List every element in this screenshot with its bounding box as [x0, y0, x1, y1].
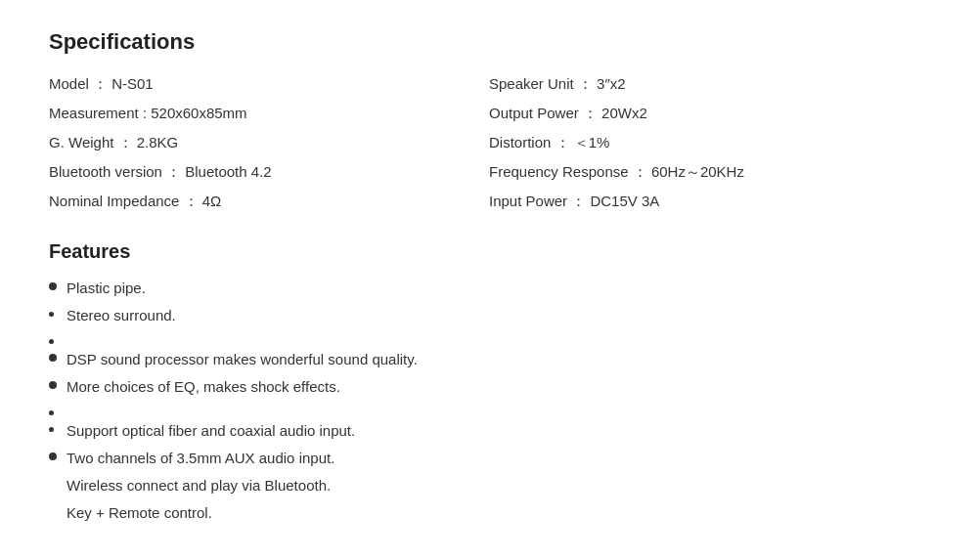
features-title: Features	[49, 240, 929, 263]
feature-text: Stereo surround.	[67, 304, 176, 327]
bullet-small-icon	[49, 410, 54, 415]
list-item	[49, 331, 929, 344]
list-item: DSP sound processor makes wonderful soun…	[49, 348, 929, 371]
features-section: Features Plastic pipe.Stereo surround.DS…	[49, 240, 929, 525]
spec-row: Input Power ： DC15V 3A	[489, 190, 929, 213]
list-item: Key + Remote control.	[49, 501, 929, 525]
list-item: Support optical fiber and coaxial audio …	[49, 419, 929, 443]
feature-text: Plastic pipe.	[67, 277, 146, 300]
feature-text: Support optical fiber and coaxial audio …	[67, 419, 355, 443]
feature-text: More choices of EQ, makes shock effects.	[67, 375, 340, 399]
specs-grid: Model ： N-S01Measurement : 520x60x85mmG.…	[49, 72, 929, 213]
spec-row: Model ： N-S01	[49, 72, 489, 96]
spec-row: G. Weight ： 2.8KG	[49, 131, 489, 154]
bullet-icon	[49, 381, 57, 389]
spec-row: Speaker Unit ： 3″x2	[489, 72, 929, 96]
list-item: More choices of EQ, makes shock effects.	[49, 375, 929, 399]
feature-text: Wireless connect and play via Bluetooth.	[67, 474, 331, 497]
spec-row: Bluetooth version ： Bluetooth 4.2	[49, 160, 489, 184]
feature-text: Key + Remote control.	[67, 501, 212, 525]
feature-text: Two channels of 3.5mm AUX audio input.	[67, 447, 334, 470]
bullet-icon	[49, 354, 57, 362]
specs-right-column: Speaker Unit ： 3″x2Output Power ： 20Wx2D…	[489, 72, 929, 213]
spec-row: Distortion ： ＜1%	[489, 131, 929, 154]
list-item: Plastic pipe.	[49, 277, 929, 300]
spec-row: Measurement : 520x60x85mm	[49, 102, 489, 125]
spec-row: Nominal Impedance ： 4Ω	[49, 190, 489, 213]
bullet-small-icon	[49, 312, 54, 317]
list-item: Two channels of 3.5mm AUX audio input.	[49, 447, 929, 470]
bullet-small-icon	[49, 427, 54, 432]
specs-left-column: Model ： N-S01Measurement : 520x60x85mmG.…	[49, 72, 489, 213]
spec-row: Frequency Response ： 60Hz～20KHz	[489, 160, 929, 184]
bullet-small-icon	[49, 339, 54, 344]
list-item: Stereo surround.	[49, 304, 929, 327]
specifications-title: Specifications	[49, 29, 929, 55]
feature-text: DSP sound processor makes wonderful soun…	[67, 348, 418, 371]
spec-row: Output Power ： 20Wx2	[489, 102, 929, 125]
specifications-section: Specifications Model ： N-S01Measurement …	[49, 29, 929, 213]
features-list: Plastic pipe.Stereo surround.DSP sound p…	[49, 277, 929, 525]
list-item: Wireless connect and play via Bluetooth.	[49, 474, 929, 497]
bullet-icon	[49, 452, 57, 460]
list-item	[49, 403, 929, 415]
bullet-icon	[49, 282, 57, 290]
